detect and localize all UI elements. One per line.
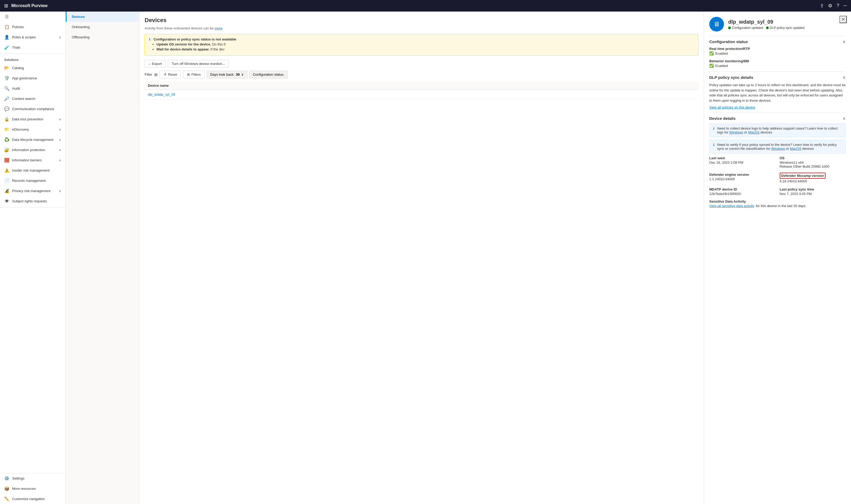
sidebar-item-communication-compliance[interactable]: 💬 Communication compliance [0, 104, 66, 114]
ediscovery-icon: 📁 [4, 127, 10, 132]
bm-value: ✅ Enabled [709, 64, 846, 68]
filters-button[interactable]: ⊞ Filters [183, 71, 205, 78]
sidebar-item-trials[interactable]: 🧪 Trials [0, 42, 66, 53]
sidebar-item-settings[interactable]: ⚙️ Settings [0, 473, 66, 484]
last-policy-sync-cell: Last policy sync time Nov 7, 2023 4:45 P… [780, 187, 846, 196]
rtp-row: Real time protection/RTP ✅ Enabled [709, 47, 846, 55]
sidebar-item-privacy-risk[interactable]: 🔏 Privacy risk management ∨ [0, 186, 66, 196]
sidebar-item-subject-rights[interactable]: 👁️ Subject rights requests [0, 196, 66, 206]
content-search-icon: 🔎 [4, 96, 10, 101]
sensitive-data-link[interactable]: View all sensitive data activity [709, 204, 754, 208]
share-icon[interactable]: ⇪ [820, 3, 824, 9]
info-barriers-icon: 🧱 [4, 158, 10, 163]
sidebar-hamburger[interactable]: ☰ [0, 12, 66, 22]
info-protection-icon: 🔐 [4, 147, 10, 152]
privacy-icon: 🔏 [4, 188, 10, 193]
last-seen-cell: Last seen Dec 18, 2023 2:08 PM [709, 156, 776, 168]
sidebar-item-data-loss-prevention[interactable]: 🔒 Data loss prevention ∨ [0, 114, 66, 124]
dlp-sync-description: Policy updates can take up to 2 hours to… [709, 83, 846, 103]
solutions-label: Solutions [4, 58, 19, 62]
device-name-link[interactable]: dlp_wdatp_syl_09 [148, 92, 175, 96]
filter-icon: ⊟ [154, 73, 158, 77]
macos-link-1[interactable]: MacOS [748, 130, 760, 134]
reset-button[interactable]: ↺ Reset [160, 71, 181, 78]
subnav-item-devices[interactable]: Devices [66, 12, 139, 22]
dlp-sync-title-row[interactable]: DLP policy sync details ∧ [709, 75, 846, 80]
detail-panel: ✕ 🖥 dlp_wdatp_syl_09 Configuration updat… [704, 12, 851, 504]
rtp-label: Real time protection/RTP [709, 47, 846, 51]
more-link[interactable]: more [214, 26, 223, 30]
defender-engine-value: 1.1.24010.64005 [709, 177, 776, 181]
policies-icon: 📋 [4, 24, 10, 30]
warning-title: Configuration or policy sync status is n… [154, 37, 237, 41]
green-dot-icon [728, 26, 731, 29]
info-note-icon: ℹ [713, 127, 714, 131]
settings-icon[interactable]: ⚙ [828, 3, 832, 9]
sidebar-item-catalog[interactable]: 📂 Catalog [0, 63, 66, 73]
config-status-title-row[interactable]: Configuration status ∧ [709, 39, 846, 44]
sidebar-item-roles-scopes[interactable]: 👤 Roles & scopes ∨ [0, 32, 66, 42]
info-note-2: ℹ Need to verify if your policy synced t… [709, 140, 846, 154]
help-icon[interactable]: ? [836, 3, 839, 9]
mdatp-id-label: MDATP device ID [709, 187, 776, 191]
customize-nav-icon: ✏️ [4, 497, 10, 501]
chevron-down-icon: ∨ [59, 148, 61, 152]
badge-label: DLP policy sync updated [770, 26, 804, 30]
sidebar-item-app-governance[interactable]: 🛡️ App governance [0, 73, 66, 83]
catalog-icon: 📂 [4, 66, 10, 70]
insider-risk-icon: ⚠️ [4, 168, 10, 173]
sidebar-item-label: App governance [12, 76, 37, 80]
waffle-icon[interactable]: ⊞ [4, 3, 8, 9]
sensitive-data-value: View all sensitive data activity for thi… [709, 204, 846, 208]
macos-link-2[interactable]: MacOS [790, 147, 801, 150]
config-status-dropdown[interactable]: Configuration status: [249, 71, 288, 78]
windows-link-2[interactable]: Windows [771, 147, 785, 150]
windows-link-1[interactable]: Windows [729, 130, 743, 134]
sidebar-item-more-resources[interactable]: 📦 More resources [0, 484, 66, 494]
minimize-icon[interactable]: ─ [844, 3, 847, 9]
table-header-device-name: Device name [145, 82, 698, 90]
page-description: Activity from these onboarded devices ca… [145, 26, 698, 30]
subnav-item-offboarding[interactable]: Offboarding [66, 32, 139, 42]
view-all-policies-link[interactable]: View all policies on this device [709, 105, 755, 109]
sidebar-item-insider-risk[interactable]: ⚠️ Insider risk management [0, 165, 66, 176]
mdatp-id-value: 12b7bda1fb1365820: [709, 192, 776, 196]
mdatp-id-cell: MDATP device ID 12b7bda1fb1365820: [709, 187, 776, 196]
sidebar-item-label: More resources [12, 487, 36, 491]
toolbar: ↓ Export Turn off Windows device monitor… [145, 60, 698, 68]
chevron-down-icon: ∨ [59, 128, 61, 131]
sidebar-item-information-protection[interactable]: 🔐 Information protection ∨ [0, 145, 66, 155]
sidebar-item-label: Insider risk management [12, 168, 49, 173]
device-details-title-row[interactable]: Device details ∧ [709, 116, 846, 121]
close-panel-button[interactable]: ✕ [839, 16, 847, 23]
sidebar-item-label: Data loss prevention [12, 117, 44, 121]
warning-bar: ℹ Configuration or policy sync status is… [145, 34, 698, 56]
sidebar-item-label: Trials [12, 46, 20, 49]
more-resources-icon: 📦 [4, 486, 10, 491]
turn-off-button[interactable]: Turn off Windows device monitori... [168, 60, 229, 68]
subnav-item-onboarding[interactable]: Onboarding [66, 22, 139, 32]
settings-nav-icon: ⚙️ [4, 476, 10, 481]
sensitive-data-label: Sensitive Data Activity [709, 199, 846, 203]
collapse-icon: ∧ [843, 75, 846, 80]
sidebar-item-label: eDiscovery [12, 127, 29, 131]
content-area: Devices Onboarding Offboarding Devices A… [66, 12, 851, 504]
sidebar-item-records-management[interactable]: 📄 Records management [0, 176, 66, 186]
sidebar-item-data-lifecycle[interactable]: ♻️ Data lifecycle management ∨ [0, 134, 66, 145]
hamburger-icon: ☰ [4, 14, 10, 19]
filters-icon: ⊞ [187, 73, 190, 76]
sidebar-item-information-barriers[interactable]: 🧱 Information barriers ∨ [0, 155, 66, 165]
filter-label: Filter [145, 73, 152, 76]
sidebar-item-policies[interactable]: 📋 Policies [0, 22, 66, 32]
days-lookback-dropdown[interactable]: Days look back: 30 ∨ [207, 71, 247, 78]
sidebar-item-audit[interactable]: 🔍 Audit [0, 83, 66, 93]
sidebar-bottom: ⚙️ Settings 📦 More resources ✏️ Customiz… [0, 473, 66, 504]
export-button[interactable]: ↓ Export [145, 60, 166, 68]
sidebar-item-label: Customize navigation [12, 497, 45, 501]
config-status-label: Configuration status: [253, 73, 284, 76]
topbar: ⊞ Microsoft Purview ⇪ ⚙ ? ─ [0, 0, 851, 12]
sidebar-item-content-search[interactable]: 🔎 Content search [0, 93, 66, 104]
sidebar-item-ediscovery[interactable]: 📁 eDiscovery ∨ [0, 124, 66, 134]
device-fields-grid: Last seen Dec 18, 2023 2:08 PM OS Window… [709, 156, 846, 196]
sidebar-item-customize-nav[interactable]: ✏️ Customize navigation [0, 494, 66, 504]
